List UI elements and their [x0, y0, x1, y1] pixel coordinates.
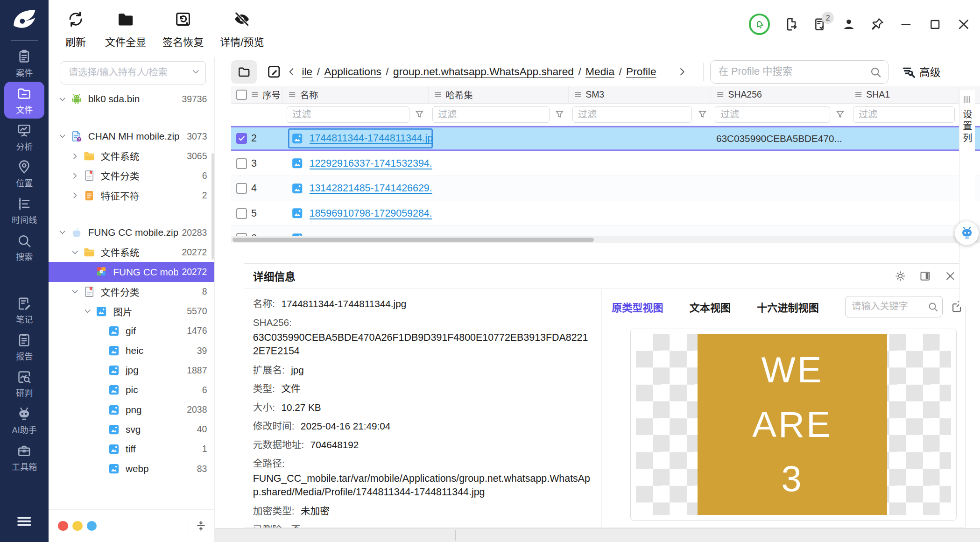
- name-cell-box[interactable]: 18596910798-1729059284.: [288, 204, 432, 224]
- chevron-down-icon[interactable]: [57, 94, 67, 104]
- tree-node[interactable]: pic6: [49, 380, 214, 400]
- tree-node[interactable]: 特征不符2: [49, 185, 214, 205]
- select-all-checkbox[interactable]: [236, 90, 247, 100]
- folder-view-button[interactable]: [231, 60, 257, 84]
- filter-input[interactable]: [572, 106, 692, 123]
- table-row[interactable]: 21744811344-1744811344.jp63C035990CEBA5B…: [231, 126, 980, 151]
- menu-icon[interactable]: [15, 513, 33, 533]
- sidebar-item-location[interactable]: 位置: [4, 155, 44, 192]
- search-icon[interactable]: [869, 66, 882, 78]
- tag-dot-yellow[interactable]: [72, 521, 82, 531]
- tree-node[interactable]: ?CHAN MH mobile.zip3073: [49, 127, 214, 146]
- breadcrumb-segment[interactable]: group.net.whatsapp.WhatsApp.shared: [393, 65, 574, 78]
- notification-bell-icon[interactable]: [749, 14, 770, 35]
- file-link[interactable]: 1744811344-1744811344.jp: [310, 133, 433, 144]
- image-preview[interactable]: WEARE3: [636, 334, 951, 515]
- filter-input[interactable]: [432, 106, 549, 123]
- detail-preview-button[interactable]: 详情/预览: [220, 6, 264, 49]
- row-checkbox[interactable]: [236, 158, 247, 169]
- refresh-button[interactable]: 刷新: [63, 6, 89, 49]
- table-row[interactable]: 312292916337-1741532394.: [231, 151, 980, 176]
- keyword-search-input[interactable]: [852, 301, 927, 312]
- scope-search-box[interactable]: [710, 60, 889, 84]
- name-cell-box[interactable]: 1744811344-1744811344.jp: [288, 128, 433, 148]
- tree-node[interactable]: tiff1: [49, 439, 214, 459]
- chevron-right-icon[interactable]: [70, 151, 80, 161]
- tree-node[interactable]: 文件系统3065: [49, 146, 214, 166]
- scope-search-input[interactable]: [719, 66, 869, 77]
- breadcrumb-segment[interactable]: ile: [302, 65, 313, 78]
- tree-node[interactable]: 文件分类8: [49, 282, 214, 302]
- row-checkbox[interactable]: [236, 208, 247, 219]
- signature-recover-button[interactable]: 签名恢复: [162, 6, 204, 49]
- column-header-SHA256[interactable]: SHA256: [711, 86, 849, 103]
- column-settings-label[interactable]: 设置列: [960, 109, 974, 145]
- tree-node[interactable]: 文件系统20272: [49, 242, 214, 262]
- column-header-名称[interactable]: 名称: [283, 86, 429, 103]
- hscroll-thumb[interactable]: [233, 238, 594, 242]
- filter-input[interactable]: [715, 106, 830, 123]
- advanced-search-button[interactable]: 高级: [901, 64, 940, 79]
- edit-path-icon[interactable]: [266, 64, 282, 79]
- funnel-icon[interactable]: [697, 109, 708, 120]
- name-cell-box[interactable]: 12292916337-1741532394.: [288, 154, 432, 174]
- sidebar-item-notes[interactable]: 笔记: [4, 292, 44, 329]
- owner-filter-combobox[interactable]: [61, 61, 206, 84]
- tree-node[interactable]: webp83: [49, 459, 214, 479]
- sidebar-item-search[interactable]: 搜索: [4, 229, 44, 266]
- tree-node[interactable]: 文件分类6: [49, 166, 214, 185]
- funnel-icon[interactable]: [414, 109, 425, 120]
- sidebar-item-files[interactable]: 文件: [4, 82, 44, 119]
- breadcrumb-segment[interactable]: Applications: [324, 65, 381, 78]
- preview-tab-文本视图[interactable]: 文本视图: [690, 299, 731, 314]
- sidebar-item-case[interactable]: 案件: [4, 45, 44, 82]
- search-icon[interactable]: [927, 301, 938, 312]
- gear-icon[interactable]: [894, 270, 907, 282]
- sidebar-item-ai[interactable]: AI助手: [4, 402, 44, 439]
- column-header-序号[interactable]: 序号: [231, 86, 283, 103]
- chevron-down-icon[interactable]: [70, 287, 80, 296]
- table-row[interactable]: 518596910798-1729059284.: [231, 201, 980, 226]
- breadcrumb-segment[interactable]: Media: [585, 65, 614, 78]
- filter-input[interactable]: [287, 106, 409, 123]
- file-link[interactable]: 12292916337-1741532394.: [310, 158, 432, 169]
- sidebar-item-report[interactable]: 报告: [4, 329, 44, 366]
- user-icon[interactable]: [841, 17, 856, 32]
- chevron-down-icon[interactable]: [57, 227, 67, 237]
- export-file-icon[interactable]: [784, 17, 799, 32]
- tree-node[interactable]: gif1476: [49, 321, 214, 341]
- chevron-right-icon[interactable]: [70, 190, 80, 200]
- close-detail-icon[interactable]: [944, 270, 957, 282]
- tag-dot-red[interactable]: [58, 521, 68, 531]
- preview-tab-十六进制视图[interactable]: 十六进制视图: [757, 299, 818, 314]
- name-cell-box[interactable]: 13142821485-1741426629.: [288, 178, 432, 198]
- tag-dot-blue[interactable]: [87, 521, 97, 531]
- tree-node[interactable]: FUNG CC mobil...20272: [49, 262, 214, 282]
- chevron-down-icon[interactable]: [70, 247, 80, 257]
- keyword-search-box[interactable]: [845, 296, 943, 317]
- row-checkbox[interactable]: [236, 183, 247, 194]
- chevron-right-icon[interactable]: [70, 171, 80, 181]
- sidebar-item-verdict[interactable]: 研判: [4, 366, 44, 402]
- ai-assistant-fab[interactable]: [955, 221, 979, 245]
- sidebar-item-timeline[interactable]: 时间线: [4, 192, 44, 229]
- tree-node[interactable]: jpg1887: [49, 360, 214, 380]
- tree-node[interactable]: png2038: [49, 400, 214, 420]
- file-link[interactable]: 13142821485-1741426629.: [310, 183, 432, 194]
- owner-filter-input[interactable]: [69, 67, 191, 78]
- column-header-哈希集[interactable]: 哈希集: [429, 86, 569, 103]
- sidebar-item-toolbox[interactable]: 工具箱: [4, 439, 44, 476]
- tree-scrollbar[interactable]: [212, 153, 214, 260]
- close-icon[interactable]: [956, 17, 971, 32]
- column-header-SHA1[interactable]: SHA1: [849, 86, 959, 103]
- split-panel-icon[interactable]: [919, 270, 931, 282]
- table-row[interactable]: 413142821485-1741426629.: [231, 176, 980, 201]
- tree-node[interactable]: heic39: [49, 341, 214, 360]
- tree-node[interactable]: FUNG CC mobile.zip20283: [49, 223, 214, 242]
- grip-icon[interactable]: [962, 95, 972, 104]
- show-all-files-button[interactable]: 文件全显: [105, 6, 146, 49]
- breadcrumb-segment[interactable]: Profile: [626, 65, 656, 78]
- funnel-icon[interactable]: [835, 109, 846, 120]
- column-header-SM3[interactable]: SM3: [569, 86, 711, 103]
- funnel-icon[interactable]: [554, 109, 565, 120]
